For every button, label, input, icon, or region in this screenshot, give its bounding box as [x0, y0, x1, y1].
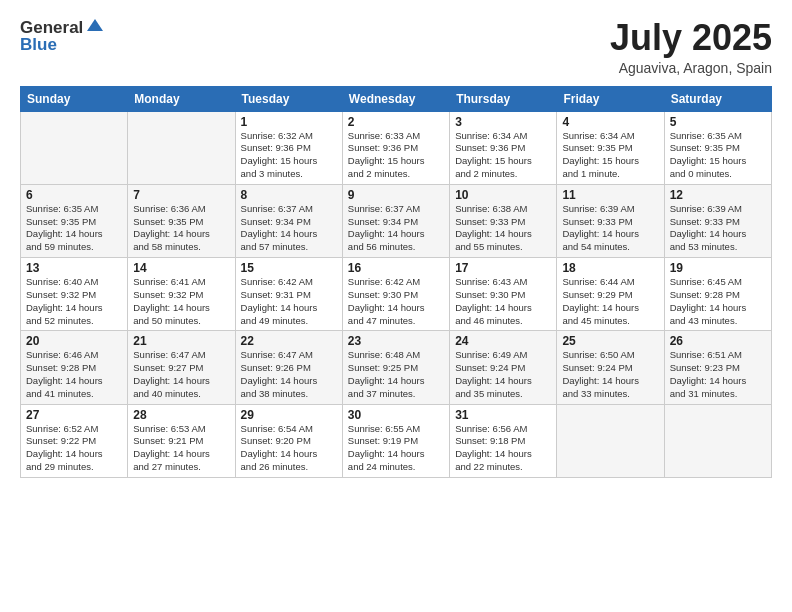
day-info: Sunrise: 6:40 AM Sunset: 9:32 PM Dayligh…: [26, 276, 122, 327]
day-info: Sunrise: 6:35 AM Sunset: 9:35 PM Dayligh…: [670, 130, 766, 181]
day-number: 13: [26, 261, 122, 275]
calendar-cell: 1Sunrise: 6:32 AM Sunset: 9:36 PM Daylig…: [235, 111, 342, 184]
week-row-4: 20Sunrise: 6:46 AM Sunset: 9:28 PM Dayli…: [21, 331, 772, 404]
day-number: 24: [455, 334, 551, 348]
day-info: Sunrise: 6:50 AM Sunset: 9:24 PM Dayligh…: [562, 349, 658, 400]
calendar-cell: 15Sunrise: 6:42 AM Sunset: 9:31 PM Dayli…: [235, 258, 342, 331]
day-number: 28: [133, 408, 229, 422]
day-number: 22: [241, 334, 337, 348]
day-number: 15: [241, 261, 337, 275]
day-info: Sunrise: 6:34 AM Sunset: 9:36 PM Dayligh…: [455, 130, 551, 181]
day-info: Sunrise: 6:56 AM Sunset: 9:18 PM Dayligh…: [455, 423, 551, 474]
calendar-cell: 12Sunrise: 6:39 AM Sunset: 9:33 PM Dayli…: [664, 184, 771, 257]
weekday-header-friday: Friday: [557, 86, 664, 111]
day-number: 30: [348, 408, 444, 422]
day-info: Sunrise: 6:51 AM Sunset: 9:23 PM Dayligh…: [670, 349, 766, 400]
logo-blue-text: Blue: [20, 35, 105, 55]
calendar-cell: 30Sunrise: 6:55 AM Sunset: 9:19 PM Dayli…: [342, 404, 449, 477]
day-info: Sunrise: 6:48 AM Sunset: 9:25 PM Dayligh…: [348, 349, 444, 400]
calendar-cell: 9Sunrise: 6:37 AM Sunset: 9:34 PM Daylig…: [342, 184, 449, 257]
day-info: Sunrise: 6:36 AM Sunset: 9:35 PM Dayligh…: [133, 203, 229, 254]
month-year: July 2025: [610, 18, 772, 58]
day-number: 10: [455, 188, 551, 202]
weekday-header-monday: Monday: [128, 86, 235, 111]
week-row-2: 6Sunrise: 6:35 AM Sunset: 9:35 PM Daylig…: [21, 184, 772, 257]
calendar-cell: 24Sunrise: 6:49 AM Sunset: 9:24 PM Dayli…: [450, 331, 557, 404]
day-info: Sunrise: 6:33 AM Sunset: 9:36 PM Dayligh…: [348, 130, 444, 181]
day-number: 6: [26, 188, 122, 202]
weekday-header-tuesday: Tuesday: [235, 86, 342, 111]
calendar-cell: 20Sunrise: 6:46 AM Sunset: 9:28 PM Dayli…: [21, 331, 128, 404]
calendar-cell: [128, 111, 235, 184]
day-info: Sunrise: 6:42 AM Sunset: 9:31 PM Dayligh…: [241, 276, 337, 327]
weekday-header-thursday: Thursday: [450, 86, 557, 111]
day-info: Sunrise: 6:42 AM Sunset: 9:30 PM Dayligh…: [348, 276, 444, 327]
day-number: 18: [562, 261, 658, 275]
day-number: 25: [562, 334, 658, 348]
calendar-page: General Blue July 2025 Aguaviva, Aragon,…: [0, 0, 792, 612]
day-number: 26: [670, 334, 766, 348]
calendar-cell: 11Sunrise: 6:39 AM Sunset: 9:33 PM Dayli…: [557, 184, 664, 257]
day-info: Sunrise: 6:47 AM Sunset: 9:27 PM Dayligh…: [133, 349, 229, 400]
day-info: Sunrise: 6:52 AM Sunset: 9:22 PM Dayligh…: [26, 423, 122, 474]
svg-marker-0: [87, 19, 103, 31]
day-info: Sunrise: 6:45 AM Sunset: 9:28 PM Dayligh…: [670, 276, 766, 327]
header: General Blue July 2025 Aguaviva, Aragon,…: [20, 18, 772, 76]
day-number: 19: [670, 261, 766, 275]
calendar-cell: 27Sunrise: 6:52 AM Sunset: 9:22 PM Dayli…: [21, 404, 128, 477]
day-number: 2: [348, 115, 444, 129]
calendar-cell: 25Sunrise: 6:50 AM Sunset: 9:24 PM Dayli…: [557, 331, 664, 404]
day-number: 21: [133, 334, 229, 348]
day-info: Sunrise: 6:35 AM Sunset: 9:35 PM Dayligh…: [26, 203, 122, 254]
day-number: 27: [26, 408, 122, 422]
calendar-cell: 17Sunrise: 6:43 AM Sunset: 9:30 PM Dayli…: [450, 258, 557, 331]
day-number: 20: [26, 334, 122, 348]
day-number: 11: [562, 188, 658, 202]
calendar-cell: 31Sunrise: 6:56 AM Sunset: 9:18 PM Dayli…: [450, 404, 557, 477]
day-info: Sunrise: 6:47 AM Sunset: 9:26 PM Dayligh…: [241, 349, 337, 400]
day-number: 3: [455, 115, 551, 129]
calendar-cell: 13Sunrise: 6:40 AM Sunset: 9:32 PM Dayli…: [21, 258, 128, 331]
day-number: 29: [241, 408, 337, 422]
calendar-table: SundayMondayTuesdayWednesdayThursdayFrid…: [20, 86, 772, 478]
day-info: Sunrise: 6:44 AM Sunset: 9:29 PM Dayligh…: [562, 276, 658, 327]
day-info: Sunrise: 6:55 AM Sunset: 9:19 PM Dayligh…: [348, 423, 444, 474]
week-row-3: 13Sunrise: 6:40 AM Sunset: 9:32 PM Dayli…: [21, 258, 772, 331]
calendar-cell: 23Sunrise: 6:48 AM Sunset: 9:25 PM Dayli…: [342, 331, 449, 404]
calendar-cell: 21Sunrise: 6:47 AM Sunset: 9:27 PM Dayli…: [128, 331, 235, 404]
day-number: 23: [348, 334, 444, 348]
day-number: 16: [348, 261, 444, 275]
day-number: 17: [455, 261, 551, 275]
calendar-cell: 8Sunrise: 6:37 AM Sunset: 9:34 PM Daylig…: [235, 184, 342, 257]
day-number: 4: [562, 115, 658, 129]
calendar-cell: 3Sunrise: 6:34 AM Sunset: 9:36 PM Daylig…: [450, 111, 557, 184]
weekday-header-row: SundayMondayTuesdayWednesdayThursdayFrid…: [21, 86, 772, 111]
logo-icon: [85, 17, 105, 37]
calendar-cell: 29Sunrise: 6:54 AM Sunset: 9:20 PM Dayli…: [235, 404, 342, 477]
day-info: Sunrise: 6:41 AM Sunset: 9:32 PM Dayligh…: [133, 276, 229, 327]
calendar-cell: 5Sunrise: 6:35 AM Sunset: 9:35 PM Daylig…: [664, 111, 771, 184]
day-number: 7: [133, 188, 229, 202]
weekday-header-wednesday: Wednesday: [342, 86, 449, 111]
day-number: 5: [670, 115, 766, 129]
week-row-5: 27Sunrise: 6:52 AM Sunset: 9:22 PM Dayli…: [21, 404, 772, 477]
weekday-header-sunday: Sunday: [21, 86, 128, 111]
calendar-cell: 19Sunrise: 6:45 AM Sunset: 9:28 PM Dayli…: [664, 258, 771, 331]
calendar-cell: 16Sunrise: 6:42 AM Sunset: 9:30 PM Dayli…: [342, 258, 449, 331]
day-info: Sunrise: 6:37 AM Sunset: 9:34 PM Dayligh…: [348, 203, 444, 254]
calendar-cell: 18Sunrise: 6:44 AM Sunset: 9:29 PM Dayli…: [557, 258, 664, 331]
day-info: Sunrise: 6:34 AM Sunset: 9:35 PM Dayligh…: [562, 130, 658, 181]
day-number: 14: [133, 261, 229, 275]
calendar-cell: [664, 404, 771, 477]
day-info: Sunrise: 6:46 AM Sunset: 9:28 PM Dayligh…: [26, 349, 122, 400]
day-info: Sunrise: 6:43 AM Sunset: 9:30 PM Dayligh…: [455, 276, 551, 327]
calendar-cell: 14Sunrise: 6:41 AM Sunset: 9:32 PM Dayli…: [128, 258, 235, 331]
day-info: Sunrise: 6:49 AM Sunset: 9:24 PM Dayligh…: [455, 349, 551, 400]
day-info: Sunrise: 6:53 AM Sunset: 9:21 PM Dayligh…: [133, 423, 229, 474]
calendar-cell: 26Sunrise: 6:51 AM Sunset: 9:23 PM Dayli…: [664, 331, 771, 404]
calendar-cell: 22Sunrise: 6:47 AM Sunset: 9:26 PM Dayli…: [235, 331, 342, 404]
location: Aguaviva, Aragon, Spain: [610, 60, 772, 76]
calendar-cell: 4Sunrise: 6:34 AM Sunset: 9:35 PM Daylig…: [557, 111, 664, 184]
day-info: Sunrise: 6:39 AM Sunset: 9:33 PM Dayligh…: [562, 203, 658, 254]
day-info: Sunrise: 6:37 AM Sunset: 9:34 PM Dayligh…: [241, 203, 337, 254]
